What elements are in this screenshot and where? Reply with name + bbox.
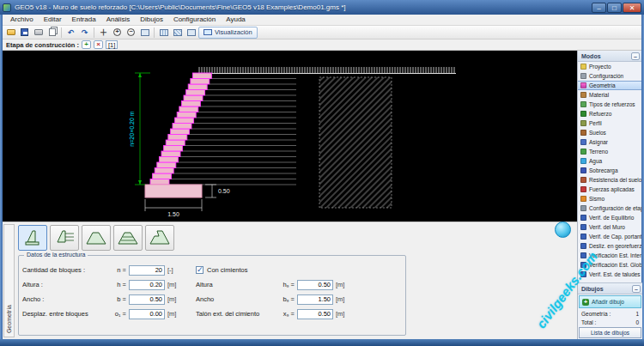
maximize-button[interactable]: □ xyxy=(607,3,622,13)
foundation-height-dimension: 0.50 xyxy=(205,185,230,197)
sidebar-item-geometría[interactable]: Geometría xyxy=(578,81,641,90)
zoom-in-button[interactable]: + xyxy=(111,27,124,39)
verify-icon xyxy=(580,215,586,221)
block-width-input[interactable] xyxy=(129,294,165,305)
zoom-out-icon: − xyxy=(127,28,135,36)
close-button[interactable]: ✕ xyxy=(623,3,641,13)
foundation-height-label: Altura xyxy=(196,281,275,288)
foundation-width-label: Ancho xyxy=(196,295,275,303)
foundation-height-input[interactable] xyxy=(297,280,333,290)
undo-icon: ↶ xyxy=(68,28,75,37)
sidebar-item-material[interactable]: Material xyxy=(578,90,641,100)
sidebar-item-fuerzas-aplicadas[interactable]: Fuerzas aplicadas xyxy=(578,185,641,194)
sidebar-item-configuración[interactable]: Configuración xyxy=(578,71,641,81)
block-offset-row: Desplaz. entre bloques o₁ = [m] xyxy=(22,307,180,321)
menu-dibujos[interactable]: Dibujos xyxy=(135,15,168,25)
geometry-vertical-tab[interactable]: Geometría xyxy=(3,224,15,337)
sidebar-item-verificación-est-interna[interactable]: Verificación Est. Interna xyxy=(578,251,641,260)
foundation-width-row: Ancho b₉ = [m] xyxy=(196,292,349,307)
redo-icon: ↷ xyxy=(82,28,88,37)
foundation-checkbox[interactable] xyxy=(196,266,204,274)
sidebar-item-verif-de-cap-portante[interactable]: Verif. de Cap. portante xyxy=(578,232,641,241)
zoom-out-button[interactable]: − xyxy=(125,27,137,39)
menu-configuracion[interactable]: Configuración xyxy=(168,15,221,25)
geometry-count-label: Geometría : xyxy=(581,311,611,317)
add-stage-button[interactable]: + xyxy=(82,40,91,49)
sidebar-item-perfil[interactable]: Perfil xyxy=(578,118,641,128)
wall-shape-button-4[interactable] xyxy=(113,225,143,251)
modes-collapse-button[interactable]: – xyxy=(631,52,640,60)
sidebar-item-agua[interactable]: Agua xyxy=(578,156,641,166)
zoom-fit-button[interactable] xyxy=(138,27,151,39)
open-button[interactable] xyxy=(4,27,17,39)
save-button[interactable] xyxy=(18,27,31,39)
selection-frame-button-2[interactable] xyxy=(171,27,184,39)
monitor-icon xyxy=(204,29,212,35)
drawing-list-button[interactable]: Lista de dibujos xyxy=(579,327,641,338)
pan-button[interactable]: ＋ xyxy=(97,27,110,39)
selection-frame-button-1[interactable] xyxy=(157,27,170,39)
remove-stage-button[interactable]: × xyxy=(94,40,103,49)
foundation-width-input[interactable] xyxy=(297,294,333,305)
add-drawing-button[interactable]: + Añadir dibujo xyxy=(579,295,641,308)
wall-shape-button-3[interactable] xyxy=(82,225,111,251)
embankment-reinforced-icon xyxy=(117,228,139,247)
sidebar-item-desliz-en-georefuerzo[interactable]: Desliz. en georefuerzo xyxy=(578,241,641,251)
sidebar-item-configuración-de-etapa[interactable]: Configuración de etapa xyxy=(578,203,641,213)
block-offset-input[interactable] xyxy=(129,309,165,319)
minimize-button[interactable]: – xyxy=(592,3,606,13)
block-count-row: Cantidad de bloques : n = [-] xyxy=(22,263,180,277)
menu-analisis[interactable]: Análisis xyxy=(101,15,136,25)
sidebar-item-verificación-est-global[interactable]: Verificación Est. Global xyxy=(578,260,641,270)
block-height-unit: [m] xyxy=(165,281,180,288)
sidebar-item-sobrecarga[interactable]: Sobrecarga xyxy=(578,166,641,175)
wall-shape-button-5[interactable] xyxy=(145,225,174,251)
sidebar-item-terreno[interactable]: Terreno xyxy=(578,147,641,156)
modes-header: Modos – xyxy=(578,51,641,62)
add-drawing-label: Añadir dibujo xyxy=(592,299,624,305)
reinforcement-types-icon xyxy=(580,101,586,107)
window-frame-bottom xyxy=(0,339,644,346)
print-button[interactable] xyxy=(32,27,45,39)
project-icon xyxy=(580,64,586,70)
redo-button[interactable]: ↷ xyxy=(78,27,91,39)
block-count-input[interactable] xyxy=(129,265,165,276)
menu-archivo[interactable]: Archivo xyxy=(5,15,39,25)
sidebar-item-tipos-de-refuerzos[interactable]: Tipos de refuerzos xyxy=(578,100,641,109)
sidebar-item-refuerzo[interactable]: Refuerzo xyxy=(578,109,641,118)
copy-button[interactable] xyxy=(46,27,58,39)
sidebar-item-asignar[interactable]: Asignar xyxy=(578,137,641,147)
foundation-heel-input[interactable] xyxy=(297,309,333,319)
zoom-fit-icon xyxy=(141,29,149,36)
stage-number[interactable]: [1] xyxy=(106,40,118,49)
geometry-icon xyxy=(580,82,586,88)
group-title: Datos de la estructura xyxy=(24,252,88,258)
toolbar-separator xyxy=(61,27,62,38)
visualization-label: Visualización xyxy=(215,28,252,36)
wall-shape-button-2[interactable] xyxy=(50,225,79,251)
foundation-heel-label: Talón ext. del cimiento xyxy=(196,310,275,318)
selection-frame-button-3[interactable] xyxy=(185,27,197,39)
wall-blocks xyxy=(150,73,296,185)
sidebar-item-sismo[interactable]: Sismo xyxy=(578,194,641,203)
soil-hatch-region xyxy=(319,77,392,208)
sidebar-item-proyecto[interactable]: Proyecto xyxy=(578,62,641,71)
sidebar-item-resistencia-del-suelo[interactable]: Resistencia del suelo xyxy=(578,175,641,185)
drawing-canvas[interactable]: n=20×0.20 m 1.50 0.50 xyxy=(3,51,577,222)
drawings-collapse-button[interactable]: – xyxy=(632,285,641,293)
sidebar-item-verif-del-muro[interactable]: Verif. del Muro xyxy=(578,222,641,232)
undo-button[interactable]: ↶ xyxy=(64,27,77,39)
block-height-symbol: h = xyxy=(106,281,129,288)
wall-shape-button-1[interactable] xyxy=(18,225,47,251)
block-height-input[interactable] xyxy=(129,280,165,290)
menu-entrada[interactable]: Entrada xyxy=(67,15,101,25)
sidebar-item-suelos[interactable]: Suelos xyxy=(578,128,641,137)
visualization-button[interactable]: Visualización xyxy=(198,27,258,39)
sidebar-item-verif-de-equilibrio[interactable]: Verif. de Equilibrio xyxy=(578,213,641,222)
sidebar-item-verif-est-de-taludes[interactable]: Verif. Est. de taludes xyxy=(578,270,641,279)
selection-rect-icon xyxy=(187,29,196,36)
menu-ayuda[interactable]: Ayuda xyxy=(221,15,251,25)
menu-editar[interactable]: Editar xyxy=(39,15,67,25)
stage-label: Etapa de construcción : xyxy=(6,41,79,49)
material-icon xyxy=(580,92,586,98)
